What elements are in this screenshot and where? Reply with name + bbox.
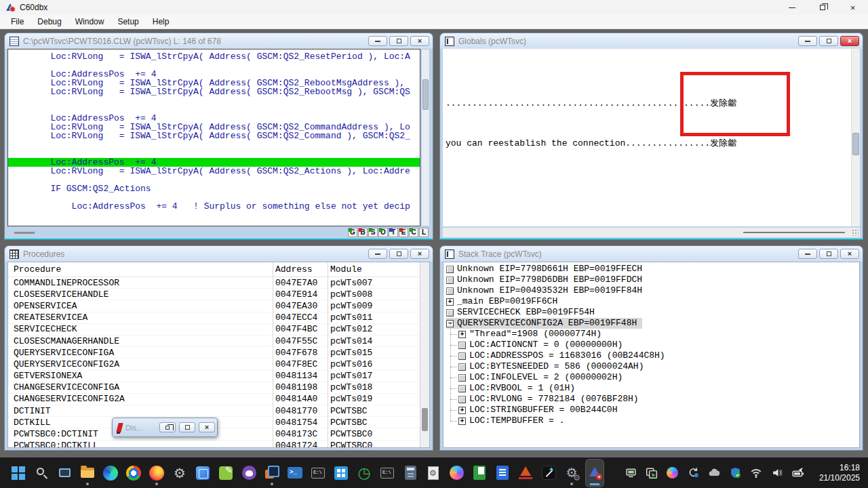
debug-c-button-icon[interactable]: C: [409, 228, 418, 237]
close-button[interactable]: ×: [410, 249, 429, 259]
vertical-scrollbar[interactable]: [420, 262, 429, 447]
maximize-button[interactable]: [819, 249, 838, 259]
close-button[interactable]: ×: [840, 36, 859, 46]
menu-debug[interactable]: Debug: [31, 16, 68, 28]
plus-expander-icon[interactable]: +: [446, 298, 454, 306]
menu-setup[interactable]: Setup: [111, 16, 145, 28]
stack-frame[interactable]: −QUERYSERVICECONFIG2A EBP=0019FF48H: [446, 318, 642, 329]
taskbar-icon-copilot[interactable]: [448, 460, 465, 487]
code-line[interactable]: Loc:RVLong = ISWA_lStrCpyA( Address( GSC…: [8, 167, 420, 176]
code-line[interactable]: Loc:RVLong = ISWA_lStrCpyA( Address( GSC…: [8, 52, 420, 61]
procedure-row[interactable]: CREATESERVICEA0047ECC4pcWTs011: [8, 312, 429, 324]
close-button[interactable]: ×: [410, 36, 429, 46]
tray-battery-pen-icon[interactable]: [792, 467, 804, 479]
vertical-scrollbar[interactable]: [421, 49, 430, 226]
code-line[interactable]: Loc:RVLong = ISWA_lStrCpyA( Address( GSC…: [8, 131, 420, 140]
taskbar-icon-clock-app[interactable]: ◷: [355, 460, 373, 487]
minimize-button[interactable]: [368, 249, 387, 259]
stack-frame[interactable]: +LOC:STRINGBUFFER = 00B244C0H: [458, 405, 623, 415]
plus-expander-icon[interactable]: +: [458, 331, 466, 338]
minimize-button[interactable]: [368, 36, 387, 46]
column-header-procedure[interactable]: Procedure: [8, 264, 270, 275]
taskbar-icon-c60dbx-debugger[interactable]: [586, 460, 604, 487]
taskbar-icon-edge[interactable]: [102, 460, 119, 487]
taskbar-icon-start[interactable]: [9, 460, 27, 487]
procedure-row[interactable]: PCWTSBC0:DCTKILL00481724PCWTSBC0: [8, 441, 429, 448]
minimize-button[interactable]: [798, 36, 817, 46]
taskbar-icon-firefox[interactable]: [148, 460, 165, 487]
globals-text[interactable]: ........................................…: [443, 49, 851, 226]
tray-sync-icon[interactable]: [687, 467, 699, 479]
taskbar-icon-photos[interactable]: [194, 460, 212, 487]
minimize-button[interactable]: [798, 249, 817, 259]
source-window-titlebar[interactable]: C:\pcWTsvc\PCWTS016.CLW (pcWTsvc) L: 146…: [5, 33, 433, 49]
code-line[interactable]: [8, 140, 420, 149]
tray-onedrive-icon[interactable]: [708, 467, 720, 479]
stack-frame[interactable]: LOC:ADDRESSPOS = 11683016 (00B244C8H): [458, 350, 671, 361]
procedures-window-titlebar[interactable]: Procedures ×: [5, 246, 433, 262]
taskbar-icon-powershell[interactable]: [286, 460, 304, 487]
maximize-button[interactable]: [389, 36, 408, 46]
procedure-row[interactable]: GETVERSIONEXA00481134pcWTs017: [8, 371, 429, 382]
taskbar-icon-file-explorer[interactable]: [79, 460, 96, 487]
restore-button[interactable]: [159, 422, 176, 432]
taskbar-icon-app-grid[interactable]: [332, 460, 350, 487]
taskbar-icon-search[interactable]: [33, 460, 50, 487]
globals-window-titlebar[interactable]: Globals (pcWTsvc) ×: [440, 33, 863, 49]
procedure-row[interactable]: DCTINIT00481770PCWTSBC: [8, 405, 429, 417]
code-area[interactable]: Loc:RVLong = ISWA_lStrCpyA( Address( GSC…: [7, 49, 420, 226]
column-header-address[interactable]: Address: [270, 264, 325, 275]
column-header-module[interactable]: Module: [325, 264, 429, 275]
minimize-button[interactable]: [776, 0, 807, 15]
debug-o-button-icon[interactable]: O: [378, 228, 388, 237]
tray-copilot-tray-icon[interactable]: [667, 467, 678, 479]
scrollbar-thumb[interactable]: [852, 133, 859, 155]
debug-e-button-icon[interactable]: E: [399, 228, 408, 237]
plus-expander-icon[interactable]: +: [458, 407, 466, 414]
stack-frame[interactable]: LOC:ACTIONCNT = 0 (00000000H): [458, 340, 628, 350]
stack-trace-window-titlebar[interactable]: Stack Trace (pcWTsvc) ×: [440, 246, 863, 262]
tray-computer-icon[interactable]: [625, 467, 637, 479]
vertical-scrollbar[interactable]: [851, 49, 860, 226]
debug-g-button-icon[interactable]: G: [348, 228, 357, 237]
menu-file[interactable]: File: [4, 16, 31, 28]
procedure-row[interactable]: COMMANDLINEPROCESSOR0047E7A0pcWTs007: [8, 277, 429, 289]
code-line[interactable]: Loc:AddressPos += 4 ! Surplus or somethi…: [8, 202, 420, 211]
procedure-row[interactable]: CLOSESCMANAGERHANDLE0047F55CpcWTs014: [8, 336, 429, 347]
taskbar-icon-vmware[interactable]: [263, 460, 281, 487]
taskbar-icon-github-desktop[interactable]: [240, 460, 258, 487]
taskbar-icon-calculator[interactable]: [401, 460, 419, 487]
procedure-row[interactable]: CHANGESERVICECONFIG2A004814A0pcWTs019: [8, 394, 429, 405]
taskbar-icon-gears[interactable]: ⚙: [563, 460, 580, 487]
taskbar-icon-libreoffice-writer[interactable]: [494, 460, 511, 487]
close-button[interactable]: ×: [199, 422, 215, 432]
stack-frame[interactable]: Unknown EIP=00493532H EBP=0019FF84H: [446, 285, 648, 296]
procedure-row[interactable]: SERVICECHECK0047F4BCpcWTs012: [8, 324, 429, 336]
stack-frame[interactable]: LOC:RVLONG = 7782184 (0076BF28H): [458, 394, 644, 405]
taskbar-icon-gear-document[interactable]: [425, 460, 442, 487]
procedure-row[interactable]: CHANGESERVICECONFIGA00481198pcWTs018: [8, 382, 429, 394]
procedure-row[interactable]: QUERYSERVICECONFIG2A0047F8ECpcWTs016: [8, 359, 429, 370]
maximize-button[interactable]: [179, 422, 195, 432]
scrollbar-thumb[interactable]: [422, 79, 429, 110]
scrollbar-thumb[interactable]: [14, 232, 35, 234]
horizontal-scrollbar[interactable]: [443, 228, 860, 237]
minimized-disassembly-window[interactable]: Dis... ×: [112, 418, 218, 437]
tray-wifi-icon[interactable]: [750, 467, 762, 479]
menu-window[interactable]: Window: [68, 16, 111, 28]
taskbar-icon-task-view[interactable]: [56, 460, 73, 487]
tray-volume-icon[interactable]: [771, 467, 783, 479]
code-line[interactable]: [8, 96, 420, 105]
debug-t-button-icon[interactable]: T: [389, 228, 398, 237]
taskbar-icon-notepad-plus-plus[interactable]: [217, 460, 235, 487]
close-button[interactable]: ×: [840, 249, 859, 259]
stack-frame[interactable]: LOC:RVBOOL = 1 (01H): [458, 383, 580, 394]
procedure-row[interactable]: CLOSESERVICEHANDLE0047E914pcWTs008: [8, 289, 429, 300]
scrollbar-thumb[interactable]: [743, 232, 845, 233]
taskbar-icon-chrome[interactable]: [125, 460, 142, 487]
stack-frame[interactable]: LOC:BYTESNEEDED = 586 (0000024AH): [458, 361, 649, 372]
code-line[interactable]: Loc:RVLong = ISWA_lStrCpyA( Address( GSC…: [8, 87, 420, 96]
taskbar-icon-libreoffice-calc[interactable]: [471, 460, 488, 487]
stack-frame[interactable]: +LOC:TEMPBUFFER = .: [458, 415, 570, 426]
maximize-button[interactable]: [389, 249, 408, 259]
